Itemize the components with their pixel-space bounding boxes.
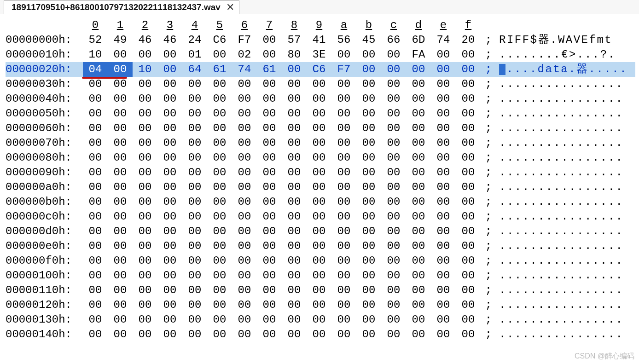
hex-cell[interactable]: 00 <box>108 150 133 165</box>
hex-cell[interactable]: 00 <box>157 165 182 180</box>
hex-cell[interactable]: 00 <box>157 121 182 136</box>
hex-cell[interactable]: 00 <box>182 180 207 195</box>
hex-cell[interactable]: 00 <box>207 106 232 121</box>
hex-cell[interactable]: 00 <box>108 209 133 224</box>
hex-cell[interactable]: 00 <box>157 106 182 121</box>
hex-cell[interactable]: 00 <box>456 239 481 254</box>
hex-cell[interactable]: 00 <box>108 77 133 92</box>
hex-cell[interactable]: 00 <box>381 268 406 283</box>
hex-cell[interactable]: 00 <box>207 239 232 254</box>
hex-cell[interactable]: 00 <box>381 165 406 180</box>
hex-cell[interactable]: 00 <box>83 254 108 268</box>
hex-cell[interactable]: 00 <box>182 195 207 209</box>
hex-cell[interactable]: 00 <box>83 106 108 121</box>
hex-cell[interactable]: 00 <box>133 77 157 92</box>
hex-cell[interactable]: 00 <box>282 298 307 312</box>
hex-row[interactable]: 00000000h:5249464624C6F70057415645666D74… <box>6 33 635 47</box>
hex-cell[interactable]: 00 <box>331 327 356 342</box>
hex-cell[interactable]: 00 <box>331 165 356 180</box>
hex-cell[interactable]: 00 <box>232 239 257 254</box>
hex-cell[interactable]: 00 <box>232 77 257 92</box>
hex-cell[interactable]: 00 <box>431 150 456 165</box>
hex-cell[interactable]: 00 <box>157 47 182 62</box>
hex-cell[interactable]: 00 <box>456 136 481 150</box>
hex-cell[interactable]: 00 <box>456 327 481 342</box>
hex-cell[interactable]: 00 <box>282 165 307 180</box>
hex-cell[interactable]: 24 <box>182 33 207 47</box>
ascii-cell[interactable]: RIFF$器.WAVEfmt <box>496 33 635 47</box>
hex-cell[interactable]: 00 <box>456 312 481 327</box>
hex-cell[interactable]: 00 <box>282 92 307 106</box>
hex-cell[interactable]: 00 <box>182 298 207 312</box>
hex-cell[interactable]: 46 <box>157 33 182 47</box>
hex-row[interactable]: 00000060h:000000000000000000000000000000… <box>6 121 635 136</box>
hex-cell[interactable]: 00 <box>331 106 356 121</box>
hex-cell[interactable]: 00 <box>83 224 108 239</box>
hex-cell[interactable]: 00 <box>406 254 431 268</box>
hex-cell[interactable]: 00 <box>331 180 356 195</box>
hex-cell[interactable]: 00 <box>257 165 282 180</box>
hex-cell[interactable]: 00 <box>331 136 356 150</box>
hex-cell[interactable]: 00 <box>157 298 182 312</box>
hex-cell[interactable]: 00 <box>456 268 481 283</box>
hex-row[interactable]: 00000040h:000000000000000000000000000000… <box>6 92 635 106</box>
hex-cell[interactable]: 00 <box>356 77 381 92</box>
hex-cell[interactable]: 00 <box>133 327 157 342</box>
hex-cell[interactable]: 00 <box>431 195 456 209</box>
hex-cell[interactable]: 00 <box>331 239 356 254</box>
hex-cell[interactable]: 00 <box>406 121 431 136</box>
hex-cell[interactable]: 00 <box>406 92 431 106</box>
ascii-cell[interactable]: ................ <box>496 268 635 283</box>
hex-cell[interactable]: 00 <box>207 327 232 342</box>
hex-cell[interactable]: 00 <box>182 77 207 92</box>
hex-cell[interactable]: 00 <box>307 298 331 312</box>
hex-cell[interactable]: 00 <box>83 92 108 106</box>
hex-cell[interactable]: 00 <box>356 136 381 150</box>
hex-cell[interactable]: 00 <box>232 298 257 312</box>
hex-cell[interactable]: 00 <box>207 180 232 195</box>
ascii-cell[interactable]: ........€>...?. <box>496 47 635 62</box>
hex-cell[interactable]: 00 <box>356 327 381 342</box>
hex-cell[interactable]: 00 <box>207 47 232 62</box>
hex-cell[interactable]: 00 <box>83 165 108 180</box>
hex-cell[interactable]: 00 <box>381 312 406 327</box>
hex-cell[interactable]: FA <box>406 47 431 62</box>
ascii-cell[interactable]: ................ <box>496 180 635 195</box>
hex-cell[interactable]: 10 <box>133 62 157 77</box>
hex-cell[interactable]: F7 <box>232 33 257 47</box>
hex-cell[interactable]: 00 <box>133 283 157 298</box>
hex-cell[interactable]: 00 <box>257 121 282 136</box>
hex-cell[interactable]: C6 <box>307 62 331 77</box>
ascii-cell[interactable]: ................ <box>496 283 635 298</box>
hex-cell[interactable]: 00 <box>282 77 307 92</box>
hex-cell[interactable]: 66 <box>381 33 406 47</box>
hex-cell[interactable]: 00 <box>406 106 431 121</box>
hex-cell[interactable]: 00 <box>157 62 182 77</box>
hex-cell[interactable]: 00 <box>307 195 331 209</box>
hex-cell[interactable]: 00 <box>331 298 356 312</box>
hex-cell[interactable]: 00 <box>257 92 282 106</box>
hex-cell[interactable]: 00 <box>83 121 108 136</box>
hex-cell[interactable]: 00 <box>133 239 157 254</box>
hex-cell[interactable]: 00 <box>207 77 232 92</box>
hex-cell[interactable]: 00 <box>108 92 133 106</box>
hex-cell[interactable]: 00 <box>133 298 157 312</box>
hex-cell[interactable]: 00 <box>307 224 331 239</box>
hex-cell[interactable]: 00 <box>356 106 381 121</box>
hex-cell[interactable]: 00 <box>157 195 182 209</box>
ascii-cell[interactable]: ................ <box>496 224 635 239</box>
hex-cell[interactable]: 00 <box>282 150 307 165</box>
hex-cell[interactable]: 00 <box>257 312 282 327</box>
hex-cell[interactable]: 41 <box>307 33 331 47</box>
hex-cell[interactable]: 00 <box>232 195 257 209</box>
hex-cell[interactable]: 00 <box>257 298 282 312</box>
hex-cell[interactable]: 00 <box>83 150 108 165</box>
hex-cell[interactable]: 00 <box>356 283 381 298</box>
hex-cell[interactable]: 00 <box>83 136 108 150</box>
ascii-cell[interactable]: ....data.器..... <box>496 62 635 77</box>
hex-cell[interactable]: 00 <box>431 92 456 106</box>
hex-cell[interactable]: 00 <box>331 209 356 224</box>
hex-cell[interactable]: 00 <box>406 195 431 209</box>
hex-cell[interactable]: 00 <box>108 312 133 327</box>
hex-cell[interactable]: 00 <box>207 121 232 136</box>
